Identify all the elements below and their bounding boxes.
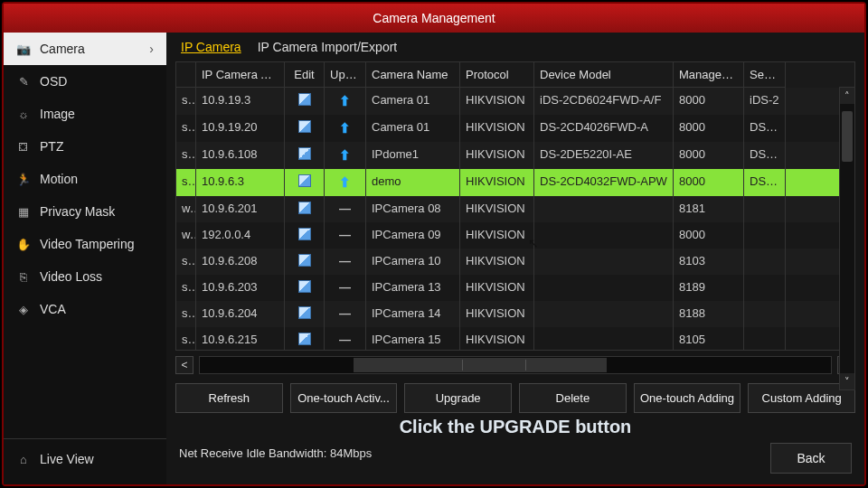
upgrade-arrow-icon[interactable]: ⬆ xyxy=(339,93,351,108)
col-protocol[interactable]: Protocol xyxy=(460,62,534,88)
sidebar-item-image[interactable]: ☼Image xyxy=(4,98,166,130)
edit-icon[interactable] xyxy=(298,228,311,240)
scroll-left-icon[interactable]: < xyxy=(175,356,193,374)
cell-serial: DS-2( xyxy=(744,115,786,142)
sidebar-item-privacy-mask[interactable]: ▦Privacy Mask xyxy=(4,195,166,228)
sidebar-icon: ◈ xyxy=(16,302,31,316)
scroll-track[interactable] xyxy=(199,356,832,374)
cell-management-port: 8105 xyxy=(674,327,744,350)
col-upgrade[interactable]: Upgr... xyxy=(325,62,366,88)
col-camera-name[interactable]: Camera Name xyxy=(366,62,460,88)
cell-upgrade[interactable]: — xyxy=(325,222,366,249)
refresh-button[interactable]: Refresh xyxy=(175,383,283,413)
sidebar-item-video-loss[interactable]: ⎘Video Loss xyxy=(4,260,166,293)
edit-icon[interactable] xyxy=(298,93,311,106)
col-checkbox[interactable] xyxy=(176,62,196,88)
edit-icon[interactable] xyxy=(298,120,311,133)
one-touch-adding-button[interactable]: One-touch Adding xyxy=(634,383,741,413)
upgrade-arrow-icon[interactable]: ⬆ xyxy=(339,147,351,163)
cell-edit[interactable] xyxy=(285,169,325,196)
tab-ip-camera-import-export[interactable]: IP Camera Import/Export xyxy=(258,40,398,54)
cell-device-model: DS-2CD4026FWD-A xyxy=(534,115,674,142)
tab-ip-camera[interactable]: IP Camera xyxy=(181,40,241,54)
col-edit[interactable]: Edit xyxy=(285,62,325,88)
cell-ip-address: 10.9.6.108 xyxy=(196,142,285,169)
cell-upgrade[interactable]: — xyxy=(325,301,366,327)
vertical-scrollbar[interactable]: ˄ ˅ xyxy=(839,87,855,390)
edit-icon[interactable] xyxy=(298,280,311,293)
cell-upgrade[interactable]: — xyxy=(325,196,366,222)
table-row[interactable]: s...10.9.19.3⬆Camera 01HIKVISIONiDS-2CD6… xyxy=(176,88,854,115)
edit-icon[interactable] xyxy=(298,333,311,345)
cell-edit[interactable] xyxy=(285,249,325,275)
horizontal-scrollbar[interactable]: < > xyxy=(175,356,855,374)
cell-device-model xyxy=(534,249,674,275)
edit-icon[interactable] xyxy=(298,254,311,267)
cell-upgrade[interactable]: — xyxy=(325,249,366,275)
sidebar-item-camera[interactable]: 📷Camera› xyxy=(4,33,166,65)
table-row[interactable]: s...10.9.6.215—IPCamera 15HIKVISION8105 xyxy=(176,327,854,350)
table-row[interactable]: s...10.9.19.20⬆Camera 01HIKVISIONDS-2CD4… xyxy=(176,115,854,142)
cell-upgrade[interactable]: — xyxy=(325,327,366,350)
cell-ip-address: 10.9.6.201 xyxy=(196,196,285,222)
cell-upgrade[interactable]: ⬆ xyxy=(325,142,366,169)
cell-edit[interactable] xyxy=(285,88,325,115)
cell-edit[interactable] xyxy=(285,115,325,142)
sidebar-icon: 🏃 xyxy=(16,172,31,186)
cell-edit[interactable] xyxy=(285,301,325,327)
sidebar-icon: 📷 xyxy=(16,42,31,56)
scroll-thumb-h[interactable] xyxy=(354,358,607,372)
cell-edit[interactable] xyxy=(285,275,325,301)
scroll-thumb[interactable] xyxy=(842,111,853,162)
edit-icon[interactable] xyxy=(298,306,311,319)
one-touch-activate-button[interactable]: One-touch Activ... xyxy=(290,383,398,413)
upgrade-arrow-icon[interactable]: ⬆ xyxy=(339,174,351,190)
edit-icon[interactable] xyxy=(298,202,311,214)
cell-serial: DS-2( xyxy=(744,169,786,196)
cell-upgrade[interactable]: ⬆ xyxy=(325,115,366,142)
col-management-port[interactable]: Managem... xyxy=(674,62,744,88)
delete-button[interactable]: Delete xyxy=(519,383,627,413)
table-row[interactable]: s...10.9.6.3⬆demoHIKVISIONDS-2CD4032FWD-… xyxy=(176,169,854,196)
cell-edit[interactable] xyxy=(285,327,325,350)
sidebar-item-vca[interactable]: ◈VCA xyxy=(4,293,166,325)
scroll-up-icon[interactable]: ˄ xyxy=(840,88,854,104)
dash-icon: — xyxy=(339,228,351,241)
table-row[interactable]: s...10.9.6.208—IPCamera 10HIKVISION8103 xyxy=(176,249,854,275)
table-row[interactable]: w...192.0.0.4—IPCamera 09HIKVISION8000 xyxy=(176,222,854,249)
edit-icon[interactable] xyxy=(298,174,311,187)
upgrade-button[interactable]: Upgrade xyxy=(404,383,512,413)
col-device-model[interactable]: Device Model xyxy=(534,62,674,88)
cell-management-port: 8000 xyxy=(674,222,744,249)
upgrade-arrow-icon[interactable]: ⬆ xyxy=(339,120,351,136)
back-button[interactable]: Back xyxy=(770,443,852,474)
title-bar: Camera Management xyxy=(4,4,864,33)
cell-management-port: 8000 xyxy=(674,115,744,142)
cell-upgrade[interactable]: — xyxy=(325,275,366,301)
sidebar-item-label: Privacy Mask xyxy=(40,204,115,219)
sidebar-item-motion[interactable]: 🏃Motion xyxy=(4,163,166,195)
cell-upgrade[interactable]: ⬆ xyxy=(325,169,366,196)
sidebar-item-video-tampering[interactable]: ✋Video Tampering xyxy=(4,228,166,260)
edit-icon[interactable] xyxy=(298,147,311,160)
sidebar-item-live-view[interactable]: ⌂Live View xyxy=(4,438,166,475)
cell-protocol: HIKVISION xyxy=(460,301,534,327)
cell-edit[interactable] xyxy=(285,142,325,169)
cell-upgrade[interactable]: ⬆ xyxy=(325,88,366,115)
cell-edit[interactable] xyxy=(285,222,325,249)
table-row[interactable]: s...10.9.6.203—IPCamera 13HIKVISION8189 xyxy=(176,275,854,301)
col-ip-address[interactable]: IP Camera Addr... xyxy=(196,62,285,88)
scroll-down-icon[interactable]: ˅ xyxy=(840,373,854,389)
table-row[interactable]: s...10.9.6.108⬆IPdome1HIKVISIONDS-2DE522… xyxy=(176,142,854,169)
col-serial[interactable]: Serial xyxy=(744,62,786,88)
sidebar-item-label: Live View xyxy=(40,452,94,466)
table-row[interactable]: w...10.9.6.201—IPCamera 08HIKVISION8181 xyxy=(176,196,854,222)
sidebar-item-osd[interactable]: ✎OSD xyxy=(4,65,166,98)
cell-device-model: DS-2DE5220I-AE xyxy=(534,142,674,169)
sidebar-item-ptz[interactable]: ⛋PTZ xyxy=(4,130,166,163)
cell-status: s... xyxy=(176,301,196,327)
table-row[interactable]: s...10.9.6.204—IPCamera 14HIKVISION8188 xyxy=(176,301,854,327)
cell-camera-name: IPdome1 xyxy=(366,142,460,169)
sidebar-icon: ⎘ xyxy=(16,269,31,284)
cell-edit[interactable] xyxy=(285,196,325,222)
